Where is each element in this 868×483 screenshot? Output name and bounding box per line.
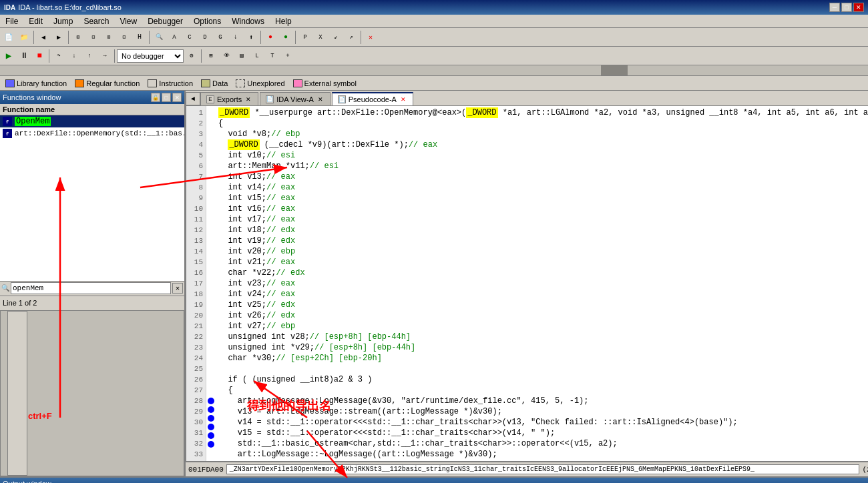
minimize-button[interactable]: ─ — [829, 3, 840, 12]
content-area: Functions window 🔓 □ ✕ Function name f O… — [0, 91, 868, 476]
menu-file[interactable]: File — [0, 15, 23, 27]
ln-16: 16 — [186, 268, 206, 278]
func-icon-0: f — [3, 117, 12, 126]
tb-run-to[interactable]: → — [97, 49, 112, 63]
scrollbar-thumb — [7, 311, 27, 476]
func-item-1[interactable]: f art::DexFile::OpenMemory(std::__1::bas… — [0, 127, 184, 139]
bp-empty-12 — [206, 225, 216, 235]
bp-empty-8 — [206, 182, 216, 193]
tb-up2[interactable]: ⬆ — [244, 30, 258, 45]
tb-new[interactable]: 📄 — [1, 30, 16, 45]
tb-stack[interactable]: ▤ — [234, 49, 249, 63]
tb-step-into[interactable]: ↓ — [67, 49, 81, 63]
bp-empty-22 — [206, 332, 216, 342]
tb-xref[interactable]: X — [313, 30, 328, 45]
tb-sep-1 — [33, 31, 34, 44]
tb-locals[interactable]: L — [250, 49, 264, 63]
kw-dword-2: _DWORD — [466, 107, 497, 118]
tb-patch[interactable]: P — [298, 30, 312, 45]
tb-d[interactable]: D — [198, 30, 212, 45]
tab-pseudo-close[interactable]: ✕ — [399, 95, 407, 103]
tb-bplist[interactable]: ⊞ — [204, 49, 218, 63]
menu-search[interactable]: Search — [78, 15, 114, 27]
tb-sep-2 — [68, 31, 69, 44]
legend-external-box — [293, 79, 302, 87]
menu-view[interactable]: View — [114, 15, 142, 27]
tb-open[interactable]: 📁 — [17, 30, 31, 45]
tb-nav4[interactable]: ⊡ — [117, 30, 132, 45]
legend-data-box — [201, 79, 210, 87]
menu-jump[interactable]: Jump — [48, 15, 78, 27]
close-button[interactable]: ✕ — [853, 3, 864, 12]
tb-graph[interactable]: G — [213, 30, 228, 45]
ln-23: 23 — [186, 342, 206, 353]
menu-help[interactable]: Help — [270, 15, 297, 27]
tb-bkpt[interactable]: ● — [263, 30, 278, 45]
tb-search[interactable]: 🔍 — [152, 30, 166, 45]
line-indicator: Line 1 of 2 — [0, 296, 184, 310]
tb-step-over[interactable]: ↷ — [51, 49, 66, 63]
main-wrapper: Functions window 🔓 □ ✕ Function name f O… — [0, 91, 868, 483]
debugger-select[interactable]: No debugger — [117, 49, 184, 63]
tab-pseudocode[interactable]: 📄 Pseudocode-A ✕ — [332, 92, 413, 105]
tb-trace[interactable]: T — [265, 49, 280, 63]
code-line-30: v14 = std::__1::operator<<<std::__1::cha… — [218, 417, 868, 428]
tb-export[interactable]: ↗ — [344, 30, 359, 45]
tab-exports[interactable]: E Exports ✕ — [200, 92, 258, 105]
menu-debugger[interactable]: Debugger — [142, 15, 188, 27]
tb-dbg-cfg[interactable]: ⚙ — [184, 49, 199, 63]
bp-empty-1 — [206, 107, 216, 118]
tb-import[interactable]: ↙ — [329, 30, 343, 45]
tb-stop[interactable]: ■ — [32, 49, 47, 63]
tab-ida-close[interactable]: ✕ — [316, 95, 324, 103]
menu-windows[interactable]: Windows — [226, 15, 270, 27]
code-line-21: int v27; // ebp — [218, 321, 868, 332]
tb-pause[interactable]: ⏸ — [17, 49, 31, 63]
panel-close-btn[interactable]: ✕ — [172, 93, 182, 102]
tb-step-out[interactable]: ↑ — [82, 49, 97, 63]
tb-nav3[interactable]: ⊞ — [101, 30, 116, 45]
tb-nav2[interactable]: ⊟ — [86, 30, 101, 45]
func-item-0[interactable]: f OpenMem — [0, 115, 184, 127]
panel-float-btn[interactable]: □ — [162, 93, 171, 102]
tb-watch[interactable]: 👁 — [219, 49, 234, 63]
bp-empty-9 — [206, 193, 216, 203]
tab-ida-view[interactable]: 📄 IDA View-A ✕ — [260, 92, 330, 105]
menu-options[interactable]: Options — [188, 15, 226, 27]
tab-exports-close[interactable]: ✕ — [244, 95, 252, 103]
tb-sep-3 — [149, 31, 150, 44]
tb-run[interactable]: ▶ — [1, 49, 16, 63]
legend-library-box — [5, 79, 15, 87]
bp-empty-11 — [206, 214, 216, 225]
maximize-button[interactable]: □ — [841, 3, 852, 12]
tb-down[interactable]: ↓ — [228, 30, 243, 45]
tb-hex[interactable]: H — [132, 30, 147, 45]
title-text: IDA - libart.so E:\for_cd\libart.so — [18, 3, 122, 11]
code-line-31: v15 = std::__1::operator<<<std::__1::cha… — [218, 428, 868, 438]
bp-empty-2 — [206, 118, 216, 129]
bp-empty-19 — [206, 300, 216, 310]
code-line-17: int v23; // eax — [218, 278, 868, 289]
tb-fwd[interactable]: ▶ — [51, 30, 66, 45]
code-view[interactable]: 1 2 3 4 5 6 7 8 9 10 11 12 13 14 15 16 1 — [186, 105, 868, 462]
bp-empty-26 — [206, 374, 216, 385]
tb-back[interactable]: ◀ — [36, 30, 51, 45]
panel-unlock-btn[interactable]: 🔓 — [151, 93, 160, 102]
tab-nav-btn[interactable]: ◄ — [186, 92, 200, 105]
tb-cancel[interactable]: ✕ — [363, 30, 378, 45]
search-input[interactable] — [11, 282, 171, 294]
tb-green[interactable]: ● — [278, 30, 293, 45]
tb-nav1[interactable]: ⊞ — [71, 30, 85, 45]
func-icon-1: f — [3, 129, 12, 138]
bp-empty-24 — [206, 353, 216, 364]
tb-more[interactable]: + — [280, 49, 295, 63]
functions-list[interactable]: f OpenMem f art::DexFile::OpenMemory(std… — [0, 115, 184, 281]
search-close-btn[interactable]: ✕ — [172, 283, 183, 294]
tb-c[interactable]: C — [182, 30, 197, 45]
h-scrollbar[interactable] — [0, 310, 184, 477]
tb-asm[interactable]: A — [167, 30, 182, 45]
code-area: ◄ E Exports ✕ 📄 IDA View-A ✕ 📄 Pseudocod… — [186, 91, 868, 476]
ln-1: 1 — [186, 107, 206, 118]
menu-edit[interactable]: Edit — [23, 15, 48, 27]
code-line-5: int v10; // esi — [218, 150, 868, 161]
